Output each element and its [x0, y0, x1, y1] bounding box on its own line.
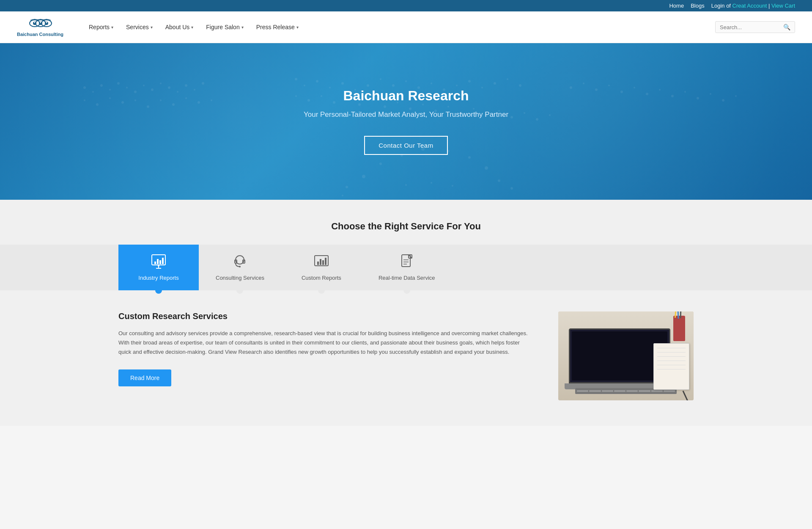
svg-rect-118	[322, 260, 324, 265]
svg-point-16	[143, 85, 145, 86]
svg-point-48	[456, 85, 458, 86]
svg-point-85	[697, 97, 699, 99]
svg-point-81	[646, 93, 648, 95]
home-link[interactable]: Home	[669, 3, 684, 9]
search-input[interactable]	[720, 24, 783, 30]
svg-point-68	[473, 108, 475, 110]
nav-reports[interactable]: Reports ▾	[89, 24, 113, 30]
svg-point-97	[346, 186, 348, 188]
svg-point-99	[342, 195, 343, 196]
svg-point-100	[405, 184, 407, 186]
search-box[interactable]: 🔍	[715, 21, 795, 33]
laptop-desk-image	[558, 311, 694, 400]
content-image-area	[558, 311, 694, 400]
svg-point-94	[468, 156, 471, 159]
svg-point-19	[168, 86, 170, 89]
tab-custom-reports[interactable]: Custom Reports	[281, 245, 362, 290]
chevron-down-icon: ▾	[296, 25, 299, 30]
svg-point-66	[447, 106, 449, 107]
svg-rect-105	[157, 259, 159, 264]
of-text: of	[726, 3, 731, 9]
svg-rect-116	[317, 262, 319, 265]
svg-point-98	[510, 187, 513, 190]
svg-point-90	[379, 163, 382, 165]
svg-point-43	[392, 84, 395, 87]
main-nav: Reports ▾ Services ▾ About Us ▾ Figure S…	[89, 21, 795, 33]
svg-point-9	[83, 86, 86, 89]
create-account-link[interactable]: Creat Account	[732, 3, 767, 9]
hero-section: Baichuan Research Your Personal-Tailored…	[0, 43, 812, 200]
logo-icon	[29, 17, 52, 31]
svg-point-15	[134, 91, 137, 93]
svg-point-77	[595, 88, 598, 91]
svg-point-71	[510, 116, 513, 118]
tab-label-consulting: Consulting Services	[216, 275, 264, 281]
tab-realtime-data[interactable]: Real-time Data Service	[362, 245, 452, 290]
svg-point-74	[549, 114, 551, 116]
svg-point-54	[295, 95, 297, 97]
tab-indicator	[236, 287, 243, 294]
svg-rect-119	[325, 258, 326, 265]
chevron-down-icon: ▾	[111, 25, 113, 30]
bar-chart-icon	[314, 254, 329, 271]
svg-point-83	[671, 95, 674, 97]
login-link[interactable]: Login	[711, 3, 725, 9]
svg-point-24	[84, 99, 85, 101]
svg-point-86	[710, 93, 711, 95]
nav-press-release[interactable]: Press Release ▾	[256, 24, 299, 30]
separator: |	[768, 3, 771, 9]
tab-industry-reports[interactable]: Industry Reports	[118, 245, 199, 290]
logo-text: Baichuan Consulting	[17, 32, 63, 37]
tab-label-realtime-data: Real-time Data Service	[379, 275, 435, 281]
nav-figure-salon[interactable]: Figure Salon ▾	[206, 24, 243, 30]
svg-point-21	[185, 84, 187, 87]
svg-point-87	[722, 99, 724, 102]
svg-point-57	[333, 101, 335, 104]
hero-decoration	[0, 43, 812, 200]
top-bar: Home Blogs Login of Creat Account | View…	[0, 0, 812, 11]
content-heading: Custom Research Services	[118, 311, 533, 321]
svg-point-64	[422, 104, 424, 105]
svg-point-72	[524, 112, 525, 114]
tab-label-industry-reports: Industry Reports	[138, 275, 178, 281]
tab-indicator	[318, 287, 325, 294]
svg-point-79	[620, 91, 623, 93]
svg-rect-104	[154, 262, 156, 264]
nav-about[interactable]: About Us ▾	[165, 24, 194, 30]
svg-point-96	[498, 179, 500, 182]
svg-point-46	[431, 83, 432, 84]
view-cart-link[interactable]: View Cart	[771, 3, 795, 9]
svg-point-63	[409, 107, 411, 110]
svg-point-42	[380, 78, 381, 80]
svg-point-30	[160, 99, 162, 101]
svg-point-29	[147, 105, 149, 108]
tab-active-indicator	[155, 287, 162, 294]
tab-indicator	[403, 287, 410, 294]
read-more-button[interactable]: Read More	[118, 369, 171, 386]
svg-point-61	[384, 105, 386, 108]
chevron-down-icon: ▾	[151, 25, 153, 30]
svg-point-35	[295, 78, 297, 80]
hero-subtitle: Your Personal-Tailored Market Analyst, Y…	[304, 110, 508, 119]
svg-point-25	[96, 103, 99, 106]
contact-team-button[interactable]: Contact Our Team	[364, 136, 447, 155]
svg-rect-106	[159, 260, 161, 264]
svg-point-49	[468, 80, 471, 83]
svg-point-89	[362, 175, 365, 178]
svg-point-101	[431, 182, 432, 184]
svg-point-56	[321, 95, 322, 97]
svg-point-50	[481, 87, 483, 88]
svg-point-95	[485, 166, 488, 170]
nav-services[interactable]: Services ▾	[126, 24, 153, 30]
content-text-area: Custom Research Services Our consulting …	[118, 311, 533, 386]
navbar: Baichuan Consulting Reports ▾ Services ▾…	[0, 11, 812, 43]
tab-label-custom-reports: Custom Reports	[302, 275, 341, 281]
tab-consulting-services[interactable]: Consulting Services	[199, 245, 281, 290]
content-section: Custom Research Services Our consulting …	[0, 290, 812, 426]
logo[interactable]: Baichuan Consulting	[17, 17, 63, 37]
svg-point-22	[194, 89, 195, 91]
chevron-down-icon: ▾	[191, 25, 193, 30]
blogs-link[interactable]: Blogs	[691, 3, 705, 9]
svg-point-102	[452, 185, 453, 187]
headset-icon	[232, 254, 247, 271]
